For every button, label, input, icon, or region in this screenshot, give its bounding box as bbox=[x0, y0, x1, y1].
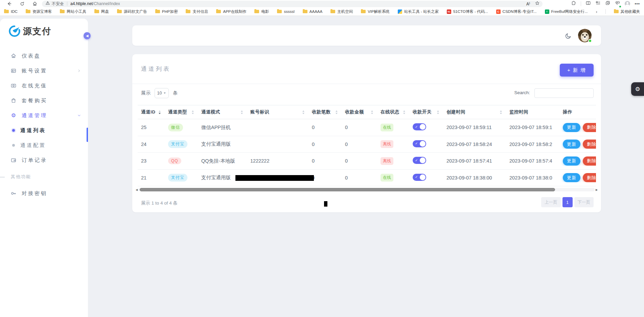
pay-switch-toggle[interactable]: ✓ bbox=[413, 174, 426, 181]
sort-asc-icon bbox=[241, 110, 243, 112]
dark-mode-moon-icon[interactable] bbox=[565, 32, 572, 40]
update-button[interactable]: 更新 bbox=[563, 123, 580, 132]
sort-carets-icon[interactable] bbox=[403, 110, 405, 114]
other-bookmarks-folder[interactable]: 其他收藏夹 bbox=[614, 9, 640, 14]
browser-profile-avatar[interactable] bbox=[625, 1, 630, 6]
folder-icon bbox=[277, 10, 282, 13]
scrollbar-track[interactable] bbox=[138, 188, 595, 191]
search-input[interactable] bbox=[534, 88, 594, 98]
browser-menu-icon[interactable]: ••• bbox=[635, 1, 640, 6]
bookmark-item[interactable]: 支付信息 bbox=[186, 9, 208, 14]
bookmark-item[interactable]: 电影 bbox=[254, 9, 269, 14]
read-aloud-icon[interactable]: A) bbox=[526, 1, 530, 6]
extensions-icon[interactable] bbox=[571, 0, 576, 7]
bookmark-item[interactable]: IDC bbox=[4, 9, 18, 14]
cell-channel-mode: 支付宝通用版 bbox=[198, 141, 247, 147]
cell-actions: 更新删除 bbox=[559, 140, 596, 149]
column-header[interactable]: 通道类型 bbox=[165, 105, 198, 119]
sidebar-subitem-通道列表[interactable]: 通道列表 bbox=[0, 123, 88, 138]
sidebar-item-通道管理[interactable]: ⚙通道管理 bbox=[0, 108, 88, 123]
insecure-warning-icon[interactable] bbox=[45, 1, 50, 7]
column-header[interactable]: 收款金额 bbox=[342, 105, 377, 119]
column-header[interactable]: 收款开关 bbox=[409, 105, 443, 119]
sidebar-item-订单记录[interactable]: 订单记录 bbox=[0, 153, 88, 168]
cell-channel-type: QQ bbox=[165, 157, 198, 164]
column-header[interactable]: 操作 bbox=[559, 105, 596, 119]
update-button[interactable]: 更新 bbox=[563, 173, 580, 182]
refresh-icon[interactable] bbox=[18, 0, 26, 7]
collections-icon[interactable] bbox=[605, 0, 611, 7]
bookmark-item[interactable]: 站长工具 - 站长之家 bbox=[398, 9, 439, 14]
sort-carets-icon[interactable] bbox=[437, 110, 439, 114]
bookmark-item[interactable]: 主机空间 bbox=[330, 9, 353, 14]
folder-icon bbox=[254, 10, 259, 13]
sidebar-subitem-通道配置[interactable]: 通道配置 bbox=[0, 138, 88, 153]
add-channel-button[interactable]: + 新 增 bbox=[560, 64, 594, 77]
favorite-star-icon[interactable] bbox=[535, 1, 540, 7]
bookmark-item[interactable]: CCSDN博客-专业IT... bbox=[496, 9, 537, 14]
scroll-left-icon[interactable]: ◀ bbox=[135, 188, 138, 191]
sort-carets-icon[interactable] bbox=[241, 110, 243, 114]
column-header[interactable]: 通道模式 bbox=[198, 105, 247, 119]
delete-button[interactable]: 删除 bbox=[583, 156, 596, 166]
brand-logo[interactable]: 源支付 bbox=[8, 25, 51, 38]
scroll-right-icon[interactable]: ▶ bbox=[595, 188, 598, 191]
sidebar-item-在线充值[interactable]: 在线充值 bbox=[0, 78, 88, 93]
bookmarks-overflow-icon[interactable]: › bbox=[596, 9, 597, 14]
column-header[interactable]: 监控时间 bbox=[506, 105, 559, 119]
horizontal-scrollbar[interactable]: ◀ ▶ bbox=[135, 188, 598, 192]
bookmark-item[interactable]: APP在线制作 bbox=[216, 9, 246, 14]
home-icon bbox=[10, 52, 17, 59]
prev-page-button[interactable]: 上一页 bbox=[541, 197, 561, 207]
browser-essentials-icon[interactable] bbox=[615, 0, 620, 7]
bookmark-item[interactable]: 5151CTO博客 - 代码... bbox=[447, 9, 488, 14]
next-page-button[interactable]: 下一页 bbox=[574, 197, 594, 207]
url-text[interactable]: a4.httple.net/Channel/Index bbox=[70, 1, 120, 6]
sort-carets-icon[interactable] bbox=[302, 110, 304, 114]
address-bar[interactable]: 不安全 a4.httple.net/Channel/Index A) bbox=[42, 1, 543, 7]
bookmark-item[interactable]: 网站小工具 bbox=[60, 9, 86, 14]
favorites-icon[interactable] bbox=[595, 0, 601, 7]
update-button[interactable]: 更新 bbox=[563, 140, 580, 149]
theme-settings-gear-button[interactable]: ⚙ bbox=[631, 82, 644, 96]
column-header[interactable]: 通道ID bbox=[138, 105, 165, 119]
split-screen-icon[interactable] bbox=[585, 0, 591, 7]
scrollbar-thumb[interactable] bbox=[140, 188, 555, 191]
sidebar-item-仪表盘[interactable]: 仪表盘 bbox=[0, 48, 88, 63]
column-header[interactable]: 在线状态 bbox=[377, 105, 409, 119]
sort-carets-icon[interactable] bbox=[159, 110, 161, 114]
sidebar-item-套餐购买[interactable]: 套餐购买 bbox=[0, 93, 88, 108]
back-icon[interactable] bbox=[5, 0, 14, 7]
card-header: 通道列表 + 新 增 bbox=[132, 54, 601, 84]
sort-carets-icon[interactable] bbox=[500, 110, 502, 114]
sidebar-collapse-button[interactable]: ◀ bbox=[84, 32, 91, 39]
page-size-select[interactable]: 10 ▼ bbox=[155, 88, 169, 98]
bookmark-label: 资源宝博客 bbox=[32, 9, 52, 14]
column-header[interactable]: 收款笔数 bbox=[308, 105, 342, 119]
sort-carets-icon[interactable] bbox=[336, 110, 338, 114]
pay-switch-toggle[interactable]: ✓ bbox=[413, 123, 426, 130]
pay-switch-toggle[interactable]: ✓ bbox=[413, 140, 426, 147]
bookmark-item[interactable]: 网盘 bbox=[94, 9, 109, 14]
bookmark-item[interactable]: AAAAA bbox=[303, 9, 322, 14]
bookmark-item[interactable]: PHP加密 bbox=[155, 9, 178, 14]
home-icon[interactable] bbox=[30, 0, 39, 7]
column-header[interactable]: 创建时间 bbox=[443, 105, 506, 119]
bookmark-item[interactable]: 源码软文广告 bbox=[117, 9, 147, 14]
bookmark-item[interactable]: ≡FreeBuf网络安全行... bbox=[545, 9, 588, 14]
sort-carets-icon[interactable] bbox=[192, 110, 194, 114]
bookmark-item[interactable]: sssssl bbox=[277, 9, 294, 14]
delete-button[interactable]: 删除 bbox=[583, 123, 596, 132]
delete-button[interactable]: 删除 bbox=[583, 140, 596, 149]
delete-button[interactable]: 删除 bbox=[583, 173, 596, 182]
update-button[interactable]: 更新 bbox=[563, 156, 580, 166]
bookmark-item[interactable]: 资源宝博客 bbox=[26, 9, 52, 14]
page-number-button[interactable]: 1 bbox=[562, 197, 573, 207]
sidebar-item-账号设置[interactable]: 账号设置 bbox=[0, 63, 88, 78]
column-header[interactable]: 账号标识 bbox=[247, 105, 308, 119]
bookmark-item[interactable]: VIP解析系统 bbox=[361, 9, 390, 14]
pay-switch-toggle[interactable]: ✓ bbox=[413, 157, 426, 164]
sidebar-item-对接密钥[interactable]: 对接密钥 bbox=[0, 186, 88, 201]
sort-asc-icon bbox=[437, 110, 439, 112]
sort-carets-icon[interactable] bbox=[371, 110, 373, 114]
